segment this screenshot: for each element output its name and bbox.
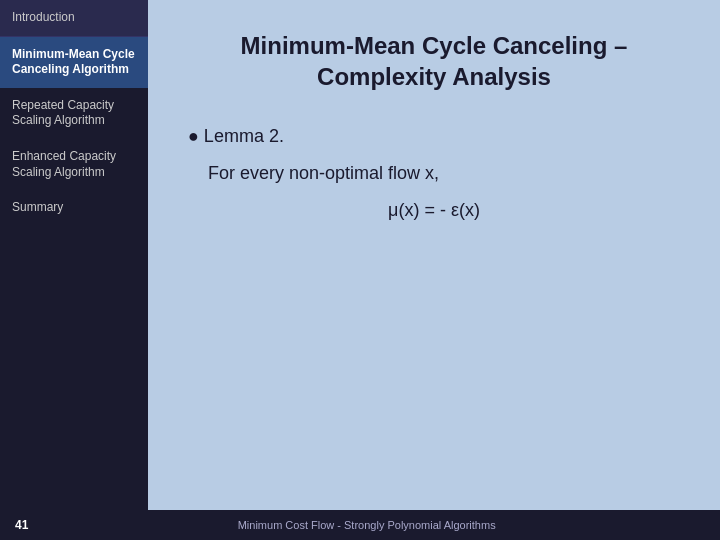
content-area: Minimum-Mean Cycle Canceling – Complexit… bbox=[148, 0, 720, 510]
sidebar: Introduction Minimum-Mean Cycle Cancelin… bbox=[0, 0, 148, 510]
sidebar-item-summary[interactable]: Summary bbox=[0, 190, 148, 226]
footer: 41 Minimum Cost Flow - Strongly Polynomi… bbox=[0, 510, 720, 540]
page-number: 41 bbox=[15, 518, 28, 532]
sidebar-item-introduction[interactable]: Introduction bbox=[0, 0, 148, 37]
title-line2: Complexity Analysis bbox=[317, 63, 551, 90]
main-layout: Introduction Minimum-Mean Cycle Cancelin… bbox=[0, 0, 720, 510]
sidebar-item-cycle-canceling[interactable]: Minimum-Mean Cycle Canceling Algorithm bbox=[0, 37, 148, 88]
sidebar-item-enhanced-capacity[interactable]: Enhanced Capacity Scaling Algorithm bbox=[0, 139, 148, 190]
lemma-bullet: ● Lemma 2. bbox=[188, 122, 680, 151]
content-title: Minimum-Mean Cycle Canceling – Complexit… bbox=[188, 30, 680, 92]
formula: μ(x) = - ε(x) bbox=[188, 196, 680, 225]
lemma-text: For every non-optimal flow x, bbox=[208, 159, 680, 188]
title-line1: Minimum-Mean Cycle Canceling – bbox=[241, 32, 628, 59]
sidebar-item-repeated-capacity[interactable]: Repeated Capacity Scaling Algorithm bbox=[0, 88, 148, 139]
lemma-label: ● Lemma 2. bbox=[188, 122, 284, 151]
footer-title: Minimum Cost Flow - Strongly Polynomial … bbox=[238, 519, 496, 531]
content-body: ● Lemma 2. For every non-optimal flow x,… bbox=[188, 122, 680, 224]
